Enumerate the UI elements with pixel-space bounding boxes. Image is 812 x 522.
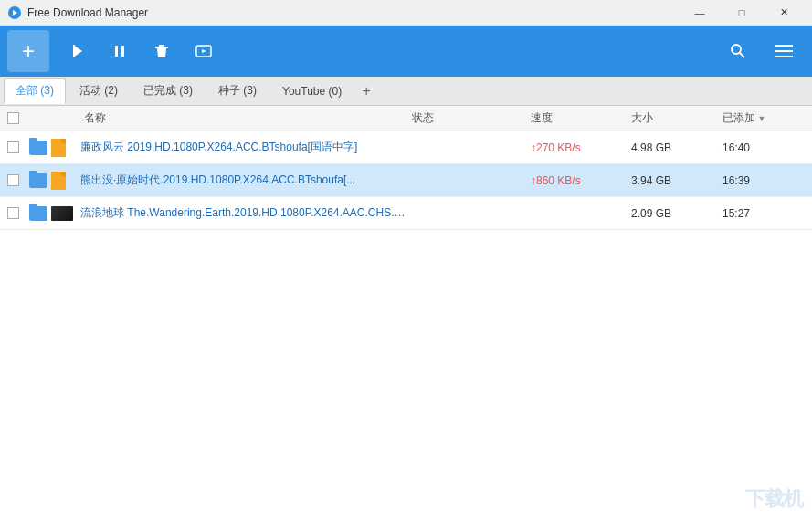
- svg-rect-6: [155, 47, 168, 48]
- tab-completed[interactable]: 已完成 (3): [132, 78, 205, 104]
- file-icon: [51, 172, 66, 190]
- svg-marker-8: [202, 49, 206, 53]
- select-all-checkbox[interactable]: [7, 112, 19, 124]
- svg-rect-12: [775, 50, 793, 52]
- title-bar: Free Download Manager — □ ✕: [0, 0, 812, 26]
- download-size: 4.98 GB: [631, 141, 722, 154]
- toolbar-right: [717, 30, 805, 72]
- menu-button[interactable]: [763, 30, 805, 72]
- delete-button[interactable]: [141, 30, 183, 72]
- row-checkbox[interactable]: [7, 207, 19, 219]
- download-size: 2.09 GB: [631, 207, 722, 220]
- tab-all[interactable]: 全部 (3): [4, 78, 66, 104]
- download-speed: ↑270 KB/s: [531, 141, 631, 154]
- tab-active[interactable]: 活动 (2): [68, 78, 130, 104]
- svg-rect-5: [121, 46, 124, 57]
- play-button[interactable]: [57, 30, 99, 72]
- row-icons: [29, 172, 80, 190]
- tab-torrent[interactable]: 种子 (3): [206, 78, 269, 104]
- table-row[interactable]: 廉政风云 2019.HD.1080P.X264.ACC.BTshoufa[国语中…: [0, 131, 812, 164]
- file-icon: [51, 139, 66, 157]
- svg-rect-3: [73, 45, 75, 57]
- pause-button[interactable]: [99, 30, 141, 72]
- download-added: 15:27: [722, 207, 805, 220]
- thumbnail: [51, 206, 73, 221]
- row-icons: [29, 206, 80, 221]
- col-header-speed[interactable]: 速度: [531, 110, 631, 126]
- maximize-button[interactable]: □: [721, 0, 763, 26]
- search-button[interactable]: [717, 30, 759, 72]
- col-header-added[interactable]: 已添加: [722, 110, 805, 126]
- app-title: Free Download Manager: [27, 6, 679, 19]
- folder-icon: [29, 173, 47, 188]
- svg-point-9: [732, 45, 741, 54]
- watermark: 下载机: [745, 485, 803, 513]
- table-row[interactable]: 流浪地球 The.Wandering.Earth.2019.HD.1080P.X…: [0, 197, 812, 230]
- window-controls: — □ ✕: [679, 0, 805, 26]
- minimize-button[interactable]: —: [679, 0, 721, 26]
- col-header-name[interactable]: 名称: [29, 110, 412, 126]
- download-name: 廉政风云 2019.HD.1080P.X264.ACC.BTshoufa[国语中…: [80, 140, 412, 155]
- tab-youtube[interactable]: YouTube (0): [270, 78, 353, 104]
- svg-rect-13: [775, 56, 793, 57]
- folder-icon: [29, 206, 47, 221]
- download-list: 廉政风云 2019.HD.1080P.X264.ACC.BTshoufa[国语中…: [0, 131, 812, 522]
- folder-icon: [29, 141, 47, 155]
- toolbar: +: [0, 26, 812, 77]
- tabs-bar: 全部 (3) 活动 (2) 已完成 (3) 种子 (3) YouTube (0)…: [0, 77, 812, 106]
- row-icons: [29, 139, 80, 157]
- table-header: 名称 状态 速度 大小 已添加: [0, 106, 812, 131]
- media-button[interactable]: [183, 30, 225, 72]
- close-button[interactable]: ✕: [763, 0, 805, 26]
- download-added: 16:40: [722, 141, 805, 154]
- download-size: 3.94 GB: [631, 174, 722, 187]
- table-row[interactable]: 熊出没·原始时代.2019.HD.1080P.X264.ACC.BTshoufa…: [0, 164, 812, 197]
- app-icon: [7, 5, 22, 20]
- col-header-status[interactable]: 状态: [412, 110, 531, 126]
- add-download-button[interactable]: +: [7, 30, 49, 72]
- row-checkbox[interactable]: [7, 174, 19, 186]
- add-tab-button[interactable]: +: [355, 80, 377, 102]
- svg-rect-4: [115, 46, 118, 57]
- svg-line-10: [740, 53, 744, 57]
- download-added: 16:39: [722, 174, 805, 187]
- col-header-size[interactable]: 大小: [631, 110, 722, 126]
- row-checkbox[interactable]: [7, 141, 19, 153]
- download-name: 熊出没·原始时代.2019.HD.1080P.X264.ACC.BTshoufa…: [80, 172, 412, 188]
- download-name: 流浪地球 The.Wandering.Earth.2019.HD.1080P.X…: [80, 205, 412, 221]
- download-speed: ↑860 KB/s: [531, 174, 631, 187]
- svg-rect-11: [775, 45, 793, 47]
